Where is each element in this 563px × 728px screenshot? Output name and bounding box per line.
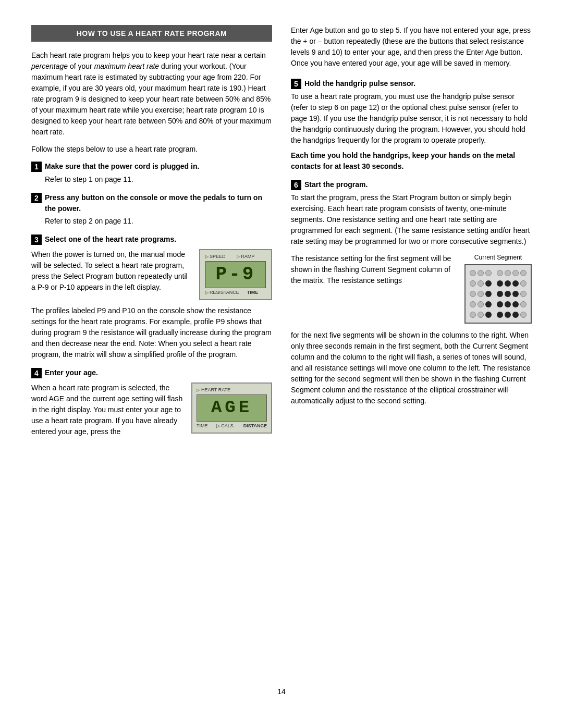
lcd-age-bottom-labels: TIME ▷ CALS. DISTANCE <box>197 423 267 429</box>
step-4-content: When a heart rate program is selected, t… <box>31 380 272 437</box>
dot <box>470 270 476 276</box>
lcd-p9-display: ▷SPEED ▷RAMP P-9 ▷RESISTANCE TIME <box>199 249 272 300</box>
intro-para-1: Each heart rate program helps you to kee… <box>31 50 272 138</box>
segment-matrix <box>464 264 532 324</box>
step-3-content: When the power is turned on, the manual … <box>31 247 272 300</box>
step-4: 4 Enter your age. When a heart rate prog… <box>31 367 272 437</box>
step-3: 3 Select one of the heart rate programs.… <box>31 234 272 360</box>
step-5-body-bold: Each time you hold the handgrips, keep y… <box>291 150 532 172</box>
lcd-time-label: TIME <box>197 423 208 429</box>
matrix-row-1 <box>470 268 527 278</box>
matrix-row-3 <box>470 289 527 299</box>
step-2-title: Press any button on the console or move … <box>45 192 272 214</box>
right-column: Enter Age button and go to step 5. If yo… <box>291 25 532 672</box>
dot <box>485 291 492 297</box>
step-3-num: 3 <box>31 235 42 245</box>
dot <box>478 301 484 307</box>
dot <box>505 270 511 276</box>
dot <box>478 291 484 297</box>
dot <box>470 312 476 318</box>
lcd-heart-rate-label: HEART RATE <box>201 387 230 393</box>
lcd-cals-label: ▷ CALS. <box>216 423 235 429</box>
lcd-label-ramp: RAMP <box>241 253 254 260</box>
step-5-num: 5 <box>291 79 301 89</box>
segment-text-pre: The resistance setting for the first seg… <box>291 253 457 286</box>
lcd-label-time: TIME <box>247 289 259 296</box>
step-6-body-pre: To start the program, press the Start Pr… <box>291 192 532 247</box>
dot <box>497 280 503 287</box>
dot <box>485 312 492 318</box>
dot <box>478 280 484 287</box>
right-top-para: Enter Age button and go to step 5. If yo… <box>291 25 532 69</box>
lcd-main-display: P-9 <box>205 261 266 288</box>
dot <box>520 301 527 307</box>
dot <box>520 312 527 318</box>
section-header: HOW TO USE A HEART RATE PROGRAM <box>31 25 272 42</box>
lcd-age-top-label: ▷ HEART RATE <box>197 387 267 393</box>
dot <box>512 312 519 318</box>
step-2-num: 2 <box>31 193 42 203</box>
dot <box>470 301 476 307</box>
step-4-num: 4 <box>31 368 42 378</box>
dot <box>485 270 492 276</box>
segment-matrix-container: Current Segment <box>464 253 532 324</box>
dot <box>512 301 519 307</box>
left-column: HOW TO USE A HEART RATE PROGRAM Each hea… <box>31 25 272 672</box>
step-1-num: 1 <box>31 162 42 172</box>
lcd-age-display: ▷ HEART RATE AGE TIME ▷ CALS. DISTANCE <box>191 382 272 434</box>
dot <box>497 291 503 297</box>
dot <box>512 291 519 297</box>
dot <box>478 312 484 318</box>
step-2-ref: Refer to step 2 on page 11. <box>45 216 272 227</box>
step-1-ref: Refer to step 1 on page 11. <box>45 174 272 185</box>
step-3-body: When the power is turned on, the manual … <box>31 249 191 293</box>
step-6-title: Start the program. <box>304 179 368 190</box>
lcd-distance-label: DISTANCE <box>243 423 267 429</box>
dot <box>520 291 527 297</box>
step-3-body2: The profiles labeled P9 and P10 on the c… <box>31 305 272 360</box>
segment-block: The resistance setting for the first seg… <box>291 253 532 324</box>
dot <box>505 301 511 307</box>
dot <box>520 270 527 276</box>
step-4-body: When a heart rate program is selected, t… <box>31 382 183 437</box>
step-5-body: To use a heart rate program, you must us… <box>291 91 532 146</box>
step-6-num: 6 <box>291 180 301 190</box>
step-2: 2 Press any button on the console or mov… <box>31 192 272 227</box>
dot <box>478 270 484 276</box>
dot <box>512 280 519 287</box>
step-1-title: Make sure that the power cord is plugged… <box>45 161 199 171</box>
lcd-label-speed: SPEED <box>210 253 226 260</box>
page: HOW TO USE A HEART RATE PROGRAM Each hea… <box>0 0 563 728</box>
matrix-row-4 <box>470 300 527 309</box>
step-5: 5 Hold the handgrip pulse sensor. To use… <box>291 78 532 172</box>
intro-para-2: Follow the steps below to use a heart ra… <box>31 144 272 155</box>
step-6: 6 Start the program. To start the progra… <box>291 179 532 406</box>
lcd-age-main: AGE <box>197 394 267 422</box>
lcd-top-labels: ▷SPEED ▷RAMP <box>205 253 266 260</box>
matrix-row-2 <box>470 279 527 288</box>
segment-matrix-label: Current Segment <box>464 253 532 262</box>
dot <box>505 312 511 318</box>
matrix-row-5 <box>470 310 527 319</box>
dot <box>512 270 519 276</box>
dot <box>505 280 511 287</box>
two-column-layout: HOW TO USE A HEART RATE PROGRAM Each hea… <box>31 25 532 672</box>
lcd-label-resistance: RESISTANCE <box>210 289 239 296</box>
page-number: 14 <box>31 686 532 697</box>
dot <box>497 312 503 318</box>
dot <box>497 270 503 276</box>
dot <box>497 301 503 307</box>
step-4-title: Enter your age. <box>45 367 98 378</box>
step-3-title: Select one of the heart rate programs. <box>45 234 176 244</box>
step-5-title: Hold the handgrip pulse sensor. <box>304 78 415 89</box>
dot <box>505 291 511 297</box>
dot <box>520 280 527 287</box>
dot <box>485 280 492 287</box>
dot <box>470 291 476 297</box>
dot <box>485 301 492 307</box>
dot <box>470 280 476 287</box>
step-6-body-post: for the next five segments will be shown… <box>291 330 532 406</box>
lcd-bottom-labels: ▷RESISTANCE TIME <box>205 289 266 296</box>
step-1: 1 Make sure that the power cord is plugg… <box>31 161 272 185</box>
